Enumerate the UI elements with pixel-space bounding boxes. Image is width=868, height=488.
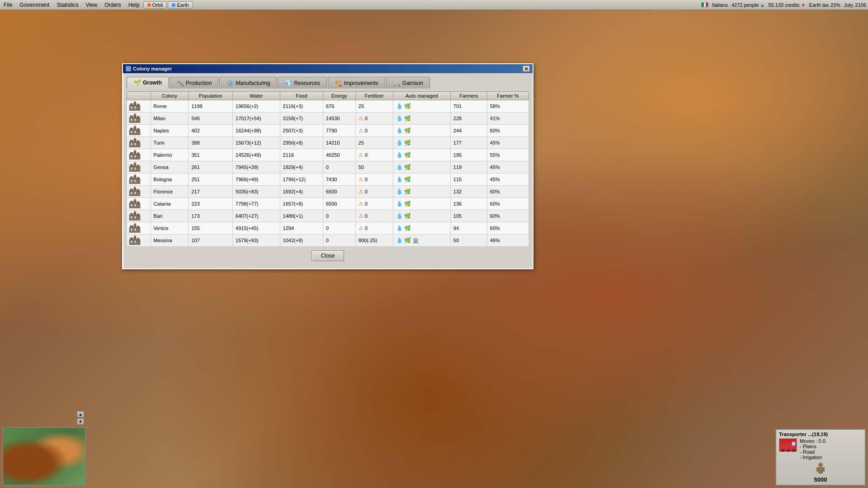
colony-energy: 0: [323, 235, 355, 247]
table-row[interactable]: Genoa2617945(+39)1829(+4)050 💧 🌿 11945%: [127, 161, 529, 174]
status-area: Italians 4272 people ▲ 55.133 credits ▼ …: [701, 2, 868, 8]
tab-growth[interactable]: 🌱 Growth: [127, 77, 169, 89]
colony-manager-dialog: Colony manager ✕ 🌱 Growth 🔨 Production ⚙…: [122, 63, 533, 269]
colony-energy: 6500: [323, 186, 355, 198]
table-row[interactable]: Palermo35114526(+49)211640250⚠ 0 💧 🌿 195…: [127, 149, 529, 161]
colony-fertilizer: 50: [355, 161, 393, 174]
svg-rect-60: [131, 204, 132, 206]
city-icon: [128, 113, 141, 123]
svg-rect-53: [131, 192, 132, 194]
colony-farmers: 132: [450, 186, 487, 198]
colony-food: 1796(+12): [280, 174, 323, 186]
colony-auto-managed: 💧 🌿: [393, 198, 450, 210]
svg-rect-1: [130, 103, 133, 106]
orbit-button[interactable]: Orbit: [143, 1, 167, 9]
production-tab-icon: 🔨: [176, 80, 184, 87]
svg-rect-44: [134, 176, 136, 179]
terrain-road: - Road: [800, 449, 826, 455]
svg-rect-59: [137, 202, 139, 204]
colony-food: 2507(+3): [280, 125, 323, 137]
table-row[interactable]: Venice1554915(+45)12940⚠ 0 💧 🌿 9460%: [127, 222, 529, 235]
svg-rect-40: [134, 167, 136, 170]
tab-garrison[interactable]: ⚔️ Garrison: [386, 77, 430, 89]
building-auto-icon: 🏛️: [412, 237, 419, 244]
svg-rect-25: [131, 143, 132, 145]
auto-icons: 💧 🌿: [396, 201, 448, 207]
colony-name: Palermo: [151, 149, 189, 161]
tab-resources[interactable]: 💎 Resources: [278, 77, 326, 89]
colony-food: 1829(+4): [280, 161, 323, 174]
tab-manufacturing[interactable]: ⚙️ Manufacturing: [219, 77, 277, 89]
menu-help[interactable]: Help: [125, 1, 143, 9]
table-row[interactable]: Milan54617017(+54)3158(+7)14530⚠ 0 💧 🌿 2…: [127, 113, 529, 125]
colony-fertilizer: ⚠ 0: [355, 113, 393, 125]
dialog-close-btn[interactable]: ✕: [523, 66, 530, 72]
colony-farmers: 50: [450, 235, 487, 247]
tab-production[interactable]: 🔨 Production: [170, 77, 218, 89]
menu-statistics[interactable]: Statistics: [53, 1, 82, 9]
svg-rect-73: [137, 226, 139, 228]
colony-fertilizer: ⚠ 0: [355, 186, 393, 198]
colony-farmer-pct: 60%: [487, 186, 528, 198]
colony-population: 217: [189, 186, 233, 198]
orbit-dot: [147, 3, 151, 7]
earth-label: Earth: [177, 2, 189, 8]
svg-rect-64: [130, 213, 133, 216]
colony-farmer-pct: 55%: [487, 149, 528, 161]
colony-name: Florence: [151, 186, 189, 198]
svg-rect-39: [131, 167, 132, 170]
table-row[interactable]: Naples40216244(+98)2507(+3)7790⚠ 0 💧 🌿 2…: [127, 125, 529, 137]
colony-food: 1488(+1): [280, 210, 323, 222]
colony-farmers: 228: [450, 113, 487, 125]
colony-energy: 7790: [323, 125, 355, 137]
svg-rect-19: [134, 131, 136, 133]
svg-rect-71: [130, 225, 133, 228]
svg-rect-86: [792, 442, 795, 446]
city-icon: [128, 174, 141, 184]
manufacturing-tab-icon: ⚙️: [226, 80, 234, 87]
colony-water: 4915(+45): [233, 222, 280, 235]
table-row[interactable]: Florence2175035(+83)1692(+4)6500⚠ 0 💧 🌿 …: [127, 186, 529, 198]
nav-up[interactable]: ▲: [77, 411, 84, 418]
svg-rect-92: [816, 467, 819, 472]
menu-view[interactable]: View: [82, 1, 101, 9]
colony-water: 6407(+27): [233, 210, 280, 222]
earth-button[interactable]: Earth: [168, 1, 193, 9]
menu-government[interactable]: Government: [16, 1, 53, 9]
colony-fertilizer: ⚠ 0: [355, 149, 393, 161]
table-row[interactable]: Bologna2517966(+49)1796(+12)7430⚠ 0 💧 🌿 …: [127, 174, 529, 186]
col-farmerpct: Farmer %: [487, 92, 528, 100]
table-row[interactable]: Catania2237798(+77)1657(+8)6500⚠ 0 💧 🌿 1…: [127, 198, 529, 210]
colony-population: 1198: [189, 100, 233, 113]
svg-rect-4: [131, 106, 132, 109]
table-row[interactable]: Rome119819656(+2)2116(+3)67625 💧 🌿 70158…: [127, 100, 529, 113]
tab-improvements[interactable]: 🏗️ Improvements: [328, 77, 385, 89]
nav-down[interactable]: ▼: [77, 418, 84, 425]
close-button[interactable]: Close: [311, 250, 344, 261]
svg-rect-24: [137, 141, 139, 143]
tax-info: Earth tax 23%: [809, 2, 840, 8]
colony-icon-cell: [127, 149, 151, 161]
table-row[interactable]: Turin38815673(+12)2956(+8)1421025 💧 🌿 17…: [127, 137, 529, 149]
city-icon: [128, 223, 141, 233]
menu-file[interactable]: File: [0, 1, 16, 9]
table-row[interactable]: Bari1736407(+27)1488(+1)0⚠ 0 💧 🌿 10560%: [127, 210, 529, 222]
menu-orders[interactable]: Orders: [101, 1, 125, 9]
colony-name: Turin: [151, 137, 189, 149]
colony-name: Naples: [151, 125, 189, 137]
colony-icon-cell: [127, 100, 151, 113]
colony-auto-managed: 💧 🌿: [393, 222, 450, 235]
auto-icons: 💧 🌿: [396, 213, 448, 219]
moves-label: Moves :: [800, 438, 817, 444]
colony-water: 19656(+2): [233, 100, 280, 113]
cargo-value: 5000: [779, 476, 862, 483]
colony-water: 17017(+54): [233, 113, 280, 125]
colony-food: 1692(+4): [280, 186, 323, 198]
water-auto-icon: 💧: [396, 237, 403, 244]
auto-icons: 💧 🌿: [396, 152, 448, 158]
colony-food: 1294: [280, 222, 323, 235]
table-row[interactable]: Messina1071579(+93)1042(+8)0800(-25) 💧 🌿…: [127, 235, 529, 247]
svg-rect-10: [137, 116, 139, 118]
svg-marker-20: [134, 125, 136, 127]
colony-population: 388: [189, 137, 233, 149]
